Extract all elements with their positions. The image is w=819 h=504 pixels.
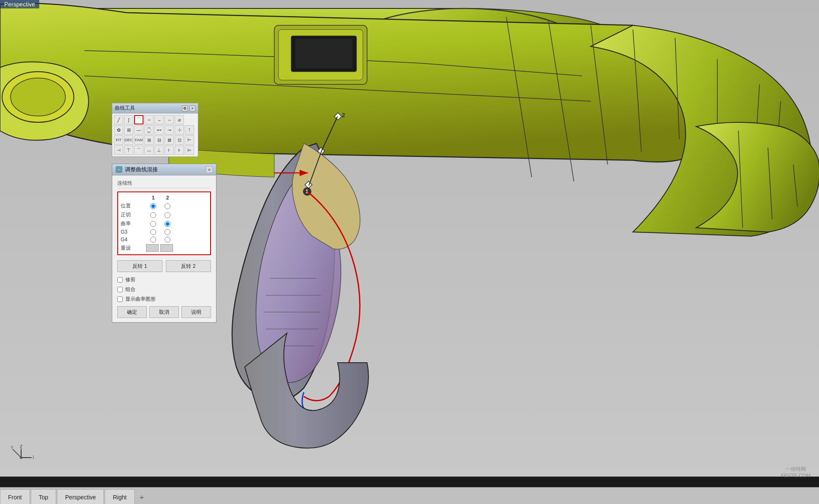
radio-tangent-col1[interactable] <box>150 212 156 218</box>
row-label-g4: G4 <box>121 237 146 243</box>
confirm-btn[interactable]: 确定 <box>117 306 147 318</box>
continuity-row-g3: G3 <box>121 229 208 235</box>
continuity-row-reset: 重设 <box>121 244 208 252</box>
tool-btn-28[interactable]: ⊥ <box>154 146 164 155</box>
tools-grid: ╱ ∫ ⌒ ∼ ⌣ ⌢ ⌀ ✿ ⊞ — ⌚ ⊷ ⊸ ⊹ ⊺ FIT DEC FA… <box>112 113 198 156</box>
curvature-graph-checkbox[interactable] <box>117 296 123 302</box>
tool-btn-25[interactable]: ⊤ <box>124 146 133 155</box>
svg-rect-17 <box>295 39 352 68</box>
radio-position-col1[interactable] <box>150 203 156 209</box>
tab-top[interactable]: Top <box>31 489 57 504</box>
tool-btn-12[interactable]: ⊷ <box>154 125 164 135</box>
svg-text:X: X <box>32 455 34 460</box>
continuity-container: 1 2 位置 正切 <box>117 191 211 255</box>
radio-tangent-col2[interactable] <box>165 212 170 218</box>
tool-btn-8[interactable]: ✿ <box>114 125 123 135</box>
tab-add-btn[interactable]: + <box>135 491 148 504</box>
palette-header: 曲线工具 ⚙ × <box>112 103 198 113</box>
svg-line-38 <box>13 449 21 458</box>
tool-btn-5[interactable]: ⌣ <box>154 115 164 124</box>
tool-btn-1[interactable]: ╱ <box>114 115 123 124</box>
continuity-section-label: 连续性 <box>117 180 211 188</box>
col-header-2: 2 <box>160 195 175 201</box>
col-header-1: 1 <box>146 195 160 201</box>
row-label-g3: G3 <box>121 229 146 235</box>
palette-settings-btn[interactable]: ⚙ <box>182 105 188 111</box>
tool-btn-29[interactable]: ⊦ <box>165 146 174 155</box>
row-label-reset: 重设 <box>121 245 146 252</box>
tool-btn-22[interactable]: ⊡ <box>175 135 184 145</box>
radio-curvature-col2[interactable] <box>165 221 170 227</box>
row-label-position: 位置 <box>121 202 146 210</box>
reset-btn-1[interactable] <box>146 244 159 252</box>
tool-btn-27[interactable]: ⌓ <box>144 146 154 155</box>
tool-btn-9[interactable]: ⊞ <box>124 125 133 135</box>
dialog-icon: ~ <box>116 166 122 173</box>
tool-btn-26[interactable]: ⌒ <box>134 146 143 155</box>
tool-btn-21[interactable]: ⊠ <box>165 135 174 145</box>
svg-point-43 <box>20 456 22 459</box>
tool-btn-10[interactable]: — <box>134 125 143 135</box>
radio-g3-col2[interactable] <box>165 229 170 235</box>
tool-btn-24[interactable]: ⊣ <box>114 146 123 155</box>
tool-btn-23[interactable]: ⊢ <box>185 135 194 145</box>
radio-g4-col2[interactable] <box>165 237 170 243</box>
palette-title: 曲线工具 <box>115 105 135 112</box>
radio-g4-col1[interactable] <box>150 237 156 243</box>
tool-btn-14[interactable]: ⊹ <box>175 125 184 135</box>
action-buttons-row: 确定 取消 说明 <box>117 306 211 318</box>
combine-checkbox-row: 组合 <box>117 286 211 293</box>
tool-btn-30[interactable]: ⊧ <box>175 146 184 155</box>
svg-point-13 <box>11 78 65 116</box>
row-label-tangent: 正切 <box>121 211 146 218</box>
svg-text:2: 2 <box>342 112 345 119</box>
tool-btn-20[interactable]: ⊟ <box>154 135 164 145</box>
row-label-curvature: 曲率 <box>121 220 146 227</box>
radio-g3-col1[interactable] <box>150 229 156 235</box>
tool-btn-4[interactable]: ∼ <box>144 115 154 124</box>
svg-rect-36 <box>0 477 819 487</box>
tool-btn-18[interactable]: FAM <box>134 135 143 145</box>
trim-checkbox-row: 修剪 <box>117 276 211 283</box>
axis-indicator: X Y Z <box>8 445 34 470</box>
flip-buttons-row: 反转 1 反转 2 <box>117 260 211 272</box>
help-btn[interactable]: 说明 <box>181 306 211 318</box>
tool-btn-17[interactable]: DEC <box>124 135 133 145</box>
tool-btn-7[interactable]: ⌀ <box>175 115 184 124</box>
curve-tools-palette: 曲线工具 ⚙ × ╱ ∫ ⌒ ∼ ⌣ ⌢ ⌀ ✿ ⊞ — ⌚ ⊷ ⊸ ⊹ ⊺ F… <box>112 103 198 157</box>
tool-btn-19[interactable]: ⊞ <box>144 135 154 145</box>
dialog-title: 调整曲线混接 <box>125 166 158 173</box>
trim-label: 修剪 <box>125 276 135 283</box>
radio-curvature-col1[interactable] <box>150 221 156 227</box>
tool-btn-3[interactable]: ⌒ <box>134 115 143 124</box>
continuity-row-tangent: 正切 <box>121 211 208 218</box>
tool-btn-13[interactable]: ⊸ <box>165 125 174 135</box>
continuity-row-g4: G4 <box>121 237 208 243</box>
flip-btn-1[interactable]: 反转 1 <box>117 260 162 272</box>
combine-checkbox[interactable] <box>117 287 123 292</box>
reset-btn-2[interactable] <box>160 244 173 252</box>
tool-btn-6[interactable]: ⌢ <box>165 115 174 124</box>
continuity-row-curvature: 曲率 <box>121 220 208 227</box>
watermark: 一佳特网 FEVTE.COM <box>781 466 811 479</box>
tab-bar: Front Top Perspective Right + <box>0 487 819 504</box>
dialog-close-btn[interactable]: × <box>206 166 213 173</box>
tab-perspective[interactable]: Perspective <box>57 489 104 504</box>
continuity-row-position: 位置 <box>121 202 208 210</box>
tab-right[interactable]: Right <box>105 489 135 504</box>
dialog-header: ~ 调整曲线混接 × <box>112 164 216 175</box>
viewport-label: Perspective <box>0 0 39 8</box>
tab-front[interactable]: Front <box>0 489 30 504</box>
radio-position-col2[interactable] <box>165 203 170 209</box>
palette-close-btn[interactable]: × <box>189 105 195 111</box>
tool-btn-16[interactable]: FIT <box>114 135 123 145</box>
tool-btn-11[interactable]: ⌚ <box>144 125 154 135</box>
tool-btn-15[interactable]: ⊺ <box>185 125 194 135</box>
trim-checkbox[interactable] <box>117 277 123 283</box>
cancel-btn[interactable]: 取消 <box>149 306 179 318</box>
curvature-graph-checkbox-row: 显示曲率图形 <box>117 296 211 303</box>
curvature-graph-label: 显示曲率图形 <box>125 296 156 303</box>
flip-btn-2[interactable]: 反转 2 <box>166 260 211 272</box>
tool-btn-2[interactable]: ∫ <box>124 115 133 124</box>
tool-btn-31[interactable]: ⊨ <box>185 146 194 155</box>
